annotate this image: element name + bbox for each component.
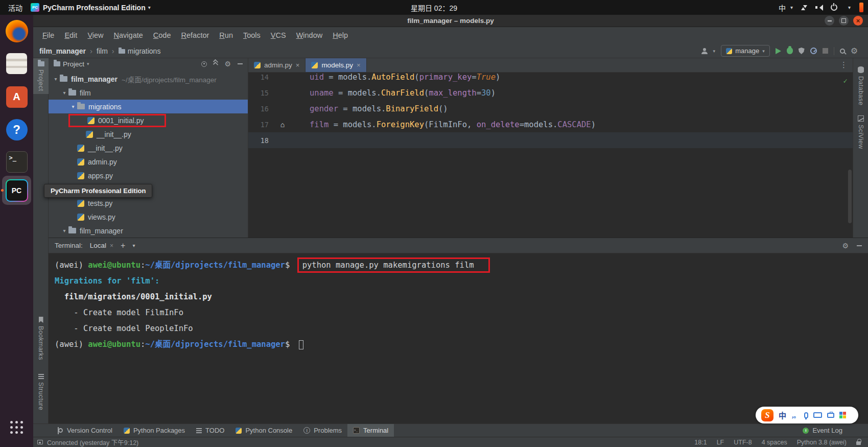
menu-run[interactable]: Run [214,27,238,44]
menu-view[interactable]: View [82,27,108,44]
chevron-expanded-icon[interactable]: ▾ [60,90,68,96]
chevron-expanded-icon[interactable]: ▾ [69,104,77,109]
stripe-button-bookmarks[interactable]: Bookmarks [33,314,49,363]
chevron-down-icon[interactable]: ▾ [87,61,89,66]
panel-settings-icon[interactable]: ⚙ [224,60,231,67]
close-tab-icon[interactable]: × [357,61,361,69]
ime-mode-toggle[interactable]: 中 [779,410,786,420]
tree-row-init-migrations[interactable]: __init__.py [49,127,248,141]
hide-panel-icon[interactable] [238,63,243,64]
menu-tools[interactable]: Tools [238,27,266,44]
toolwindow-problems[interactable]: !Problems [298,424,347,437]
tree-row-film[interactable]: ▾film [49,86,248,100]
toolwindow-python-console[interactable]: Python Console [230,424,298,437]
activities-button[interactable]: 活动 [0,3,31,13]
coverage-button[interactable] [799,48,805,54]
run-configuration-select[interactable]: manage▾ [721,45,770,57]
settings-gear-icon[interactable]: ⚙ [851,47,858,55]
tree-row-init-film[interactable]: __init__.py [49,141,248,155]
tab-models-py[interactable]: models.py× [306,58,366,72]
locate-file-icon[interactable] [201,61,207,67]
indent-setting[interactable]: 4 spaces [762,439,787,446]
hide-terminal-icon[interactable] [857,245,862,246]
stripe-button-sciview[interactable]: SciView [853,115,868,149]
chevron-down-icon[interactable]: ▾ [132,243,135,248]
file-encoding[interactable]: UTF-8 [734,439,752,446]
breadcrumb-film-manager[interactable]: film_manager [39,47,86,55]
input-method-indicator[interactable]: 中▾ [779,3,793,13]
punctuation-toggle-icon[interactable]: ，。 [791,411,799,419]
dock-item-show-applications[interactable] [5,415,29,439]
project-panel-title[interactable]: Project [63,60,84,68]
code-line-15[interactable]: 15uname = models.CharField(max_length=30… [248,85,853,101]
tree-row-views[interactable]: views.py [49,210,248,224]
stripe-button-project[interactable]: Project [33,58,49,94]
code-line-17[interactable]: 17⌂film = models.ForeignKey(FilmInFo, on… [248,116,853,132]
dock-item-firefox[interactable] [5,19,29,43]
voice-input-icon[interactable] [804,412,808,418]
gutter-home-icon[interactable]: ⌂ [275,121,290,129]
terminal-output[interactable]: (awei) awei@ubuntu:~/桌面/djprojects/film_… [49,253,868,424]
menu-file[interactable]: File [37,27,59,44]
run-button[interactable] [776,48,781,54]
tab-options-icon[interactable]: ⋮ [840,58,853,72]
toolwindow-terminal[interactable]: >_Terminal [347,424,394,437]
menu-code[interactable]: Code [148,27,176,44]
terminal-tab-local[interactable]: Local× [90,242,113,249]
toolwindow-todo[interactable]: TODO [191,424,230,437]
terminal-settings-icon[interactable]: ⚙ [842,242,849,249]
chevron-expanded-icon[interactable]: ▾ [52,76,60,82]
ime-menu-grid-icon[interactable] [839,412,847,419]
collapse-all-icon[interactable] [214,62,218,66]
code-with-me-icon[interactable] [701,48,708,54]
volume-icon[interactable] [815,5,823,11]
window-title-bar[interactable]: film_manager – models.py × [33,15,868,27]
toolbox-icon[interactable] [827,413,834,418]
toolwindow-event-log[interactable]: iEvent Log [803,427,868,434]
network-icon[interactable] [801,5,807,11]
line-ending[interactable]: LF [717,439,724,446]
toolwindow-version-control[interactable]: Version Control [52,424,118,437]
stripe-button-structure[interactable]: Structure [33,371,49,413]
dock-item-ubuntu-software[interactable]: A [5,85,29,109]
connection-status[interactable]: Connected (yesterday 下午9:12) [47,437,138,447]
chevron-down-icon[interactable]: ▾ [848,5,851,10]
minimize-button[interactable] [825,16,834,26]
dock-item-terminal[interactable]: >_ [5,150,29,174]
inspections-ok-icon[interactable]: ✓ [843,77,848,85]
stop-button[interactable] [823,48,828,54]
tree-row-admin[interactable]: admin.py [49,155,248,169]
tab-admin-py[interactable]: admin.py× [248,58,306,72]
close-tab-icon[interactable]: × [110,242,113,249]
breadcrumb-film[interactable]: film [97,47,108,55]
dock-item-files[interactable] [5,52,29,76]
tool-window-switcher-icon[interactable] [37,440,43,444]
tree-row-0001-initial[interactable]: 0001_initial.py [49,113,248,127]
terminal-panel-title[interactable]: Terminal: [55,242,83,249]
dock-item-pycharm[interactable]: PC [5,178,29,202]
editor-scrollbar[interactable] [848,170,852,223]
system-clock[interactable]: 星期日 02：29 [411,3,457,13]
menu-vcs[interactable]: VCS [266,27,291,44]
new-terminal-session-icon[interactable]: + [121,241,125,250]
toolwindow-python-packages[interactable]: Python Packages [118,424,191,437]
menu-help[interactable]: Help [327,27,353,44]
sogou-tray-icon[interactable] [859,3,863,12]
code-line-18[interactable]: 18 [248,132,853,148]
soft-keyboard-icon[interactable] [813,412,822,418]
menu-window[interactable]: Window [291,27,328,44]
tree-row-tests[interactable]: tests.py [49,196,248,210]
chevron-expanded-icon[interactable]: ▾ [60,228,68,233]
caret-position[interactable]: 18:1 [694,439,707,446]
dock-item-help[interactable]: ? [5,117,29,142]
profiler-button[interactable] [810,48,817,54]
code-line-14[interactable]: 14uid = models.AutoField(primary_key=Tru… [248,73,853,85]
maximize-button[interactable] [839,16,849,26]
sogou-logo-icon[interactable]: S [761,409,773,421]
tree-row-apps[interactable]: apps.py [49,169,248,182]
debug-button[interactable] [787,48,793,54]
menu-refactor[interactable]: Refactor [176,27,215,44]
power-icon[interactable] [831,4,837,11]
code-editor[interactable]: 14uid = models.AutoField(primary_key=Tru… [248,73,853,238]
menu-navigate[interactable]: Navigate [109,27,148,44]
